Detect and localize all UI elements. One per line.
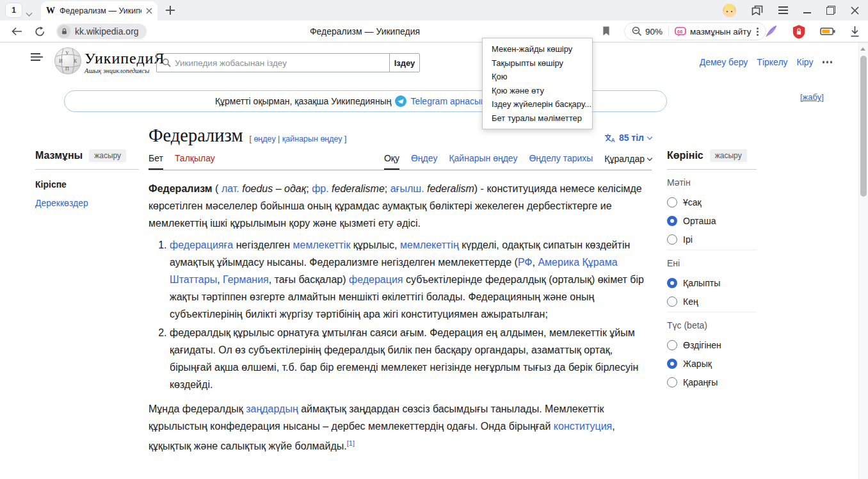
article-link[interactable]: федерация — [349, 274, 403, 285]
bookmarks-panel-icon[interactable] — [751, 5, 763, 15]
radio-color-automatic[interactable]: Өздігінен — [667, 340, 757, 350]
radio-text-large[interactable]: Ірі — [667, 234, 757, 245]
menu-item-paste[interactable]: Қою — [483, 70, 592, 84]
tab-edit[interactable]: Өңдеу — [411, 153, 437, 170]
article-paragraph-1: Федерализм ( лат. foedus – одақ; фр. fed… — [149, 180, 652, 232]
tab-article[interactable]: Бет — [149, 153, 163, 170]
address-bar-context-menu: Мекен-жайды көшіру Тақырыпты көшіру Қою … — [482, 38, 593, 129]
article-link[interactable]: лат. — [221, 183, 239, 194]
user-menu-ellipsis-icon[interactable] — [826, 61, 829, 63]
article-link[interactable]: конституция — [554, 421, 612, 432]
login-link[interactable]: Кіру — [797, 57, 814, 67]
article-tabs: Бет Талқылау Оқу Өңдеу Қайнарын өңдеу Өң… — [149, 153, 652, 170]
wikipedia-wordmark[interactable]: УикипедиЯ Ашық энциклопедиясы — [84, 51, 165, 74]
svg-text:К: К — [74, 58, 77, 64]
register-link[interactable]: Тіркелу — [757, 57, 787, 67]
article-link[interactable]: ағылш. — [390, 183, 424, 194]
wikipedia-globe-logo[interactable]: У И К П — [54, 47, 82, 77]
article-link[interactable]: фр. — [312, 183, 329, 194]
address-bar-tools-pill: 90% 66 мазмұнын айту — [624, 22, 766, 40]
tab-close-icon[interactable] — [146, 8, 152, 14]
svg-text:П: П — [65, 66, 69, 72]
menu-item-copy-title[interactable]: Тақырыпты көшіру — [483, 56, 592, 70]
article-paragraph-2: Мұнда федералдық заңдардың аймақтық заңд… — [149, 400, 652, 455]
tab-history[interactable]: Өңделу тарихы — [529, 153, 593, 170]
language-icon: A — [604, 133, 615, 143]
protect-shield-icon[interactable] — [792, 24, 806, 39]
svg-text:66: 66 — [677, 28, 682, 34]
battery-saver-icon[interactable] — [819, 24, 836, 38]
tab-counter-button[interactable]: 1 — [5, 3, 22, 18]
radio-selected-icon — [667, 359, 677, 369]
zoom-level: 90% — [645, 27, 663, 37]
window-close-button[interactable] — [851, 6, 859, 15]
toc-heading: Мазмұны — [35, 150, 83, 161]
tab-edit-source[interactable]: Қайнарын өңдеу — [449, 153, 517, 170]
list-item: федералдық құрылыс орнатуға ұмтылған сая… — [170, 324, 652, 393]
pen-highlight-icon[interactable] — [764, 24, 778, 38]
radio-color-light[interactable]: Жарық — [667, 359, 757, 369]
downloads-icon[interactable] — [849, 26, 860, 37]
wikipedia-favicon: W — [46, 6, 55, 16]
article-link[interactable]: мемлекеттік — [293, 240, 351, 250]
appearance-panel: Көрініс жасыру Мәтін Ұсақ Орташа Ірі Ені… — [667, 149, 757, 387]
radio-text-standard[interactable]: Орташа — [667, 216, 757, 226]
scrollbar-thumb[interactable] — [860, 56, 867, 197]
address-bar-domain-chip[interactable]: kk.wikipedia.org — [56, 24, 147, 39]
menu-item-copy-address[interactable]: Мекен-жайды көшіру — [483, 42, 592, 56]
article-link[interactable]: мемлекеттің — [400, 240, 459, 250]
toc-hide-button[interactable]: жасыру — [89, 149, 126, 162]
article-link[interactable]: федерацияға — [170, 240, 233, 250]
tab-read[interactable]: Оқу — [384, 153, 399, 170]
reference-link[interactable]: [1] — [347, 439, 355, 447]
read-aloud-button[interactable]: 66 мазмұнын айту — [675, 27, 751, 37]
table-of-contents: Мазмұны жасыру Кіріспе Дереккөздер — [35, 149, 139, 208]
scrollbar-up-arrow[interactable] — [860, 47, 865, 51]
article-link[interactable]: өңдеу — [253, 134, 275, 143]
radio-text-small[interactable]: Ұсақ — [667, 197, 757, 207]
appearance-group-label: Мәтін — [667, 177, 757, 189]
browser-menu-icon[interactable] — [778, 10, 788, 11]
menu-item-manage-search-engines[interactable]: Іздеу жүйелерін басқару... — [483, 97, 592, 111]
new-tab-button[interactable] — [165, 5, 175, 15]
tab-talk[interactable]: Талқылау — [175, 153, 215, 170]
telegram-channel-link[interactable]: Telegram арнасына — [410, 96, 490, 106]
wordmark-title: УикипедиЯ — [84, 51, 165, 66]
radio-color-dark[interactable]: Қараңғы — [667, 377, 757, 387]
list-item: федерацияға негізделген мемлекеттік құры… — [170, 236, 652, 323]
bookmark-flag-icon[interactable] — [602, 26, 610, 39]
article-link[interactable]: Германия — [223, 274, 269, 285]
article-link[interactable]: РФ — [518, 257, 533, 268]
reload-button[interactable] — [32, 24, 47, 39]
search-input[interactable] — [175, 58, 384, 68]
window-minimize-button[interactable] — [803, 7, 811, 13]
address-bar-more-icon[interactable] — [757, 31, 759, 33]
radio-width-standard[interactable]: Қалыпты — [667, 278, 757, 288]
toc-item-intro[interactable]: Кіріспе — [35, 179, 139, 190]
profile-avatar[interactable] — [723, 4, 736, 17]
window-restore-button[interactable] — [826, 6, 835, 15]
appearance-hide-button[interactable]: жасыру — [710, 149, 747, 162]
browser-toolbar: kk.wikipedia.org Федерализм — Уикипедия … — [0, 20, 868, 42]
tab-tools[interactable]: Құралдар — [604, 153, 652, 170]
banner-close-link[interactable]: [жабу] — [800, 92, 824, 102]
donate-link[interactable]: Демеу беру — [700, 57, 748, 67]
wiki-main-menu-icon[interactable] — [31, 56, 43, 58]
wikipedia-page: У И К П УикипедиЯ Ашық энциклопедиясы Із… — [0, 42, 868, 479]
browser-tab[interactable]: W Федерализм — Уикипе — [41, 1, 157, 20]
radio-width-wide[interactable]: Кең — [667, 296, 757, 307]
toc-item-references[interactable]: Дереккөздер — [35, 198, 139, 208]
search-button[interactable]: Іздеу — [389, 53, 420, 72]
article-link[interactable]: заңдардың — [246, 403, 298, 414]
radio-selected-icon — [667, 216, 677, 226]
article-link[interactable]: қайнарын өңдеу — [282, 134, 342, 143]
menu-item-page-info[interactable]: Бет туралы мәліметтер — [483, 111, 592, 126]
menu-item-paste-and-go[interactable]: Қою және өту — [483, 84, 592, 98]
scrollbar-track[interactable] — [858, 43, 868, 479]
languages-button[interactable]: A 85 тіл — [604, 133, 652, 145]
address-bar-page-title: Федерализм — Уикипедия — [237, 26, 493, 37]
back-button[interactable] — [9, 24, 24, 39]
browser-tab-strip: 1 W Федерализм — Уикипе — [0, 0, 868, 20]
tab-list-chevron-icon[interactable] — [27, 6, 31, 18]
zoom-control[interactable]: 90% — [632, 26, 663, 37]
